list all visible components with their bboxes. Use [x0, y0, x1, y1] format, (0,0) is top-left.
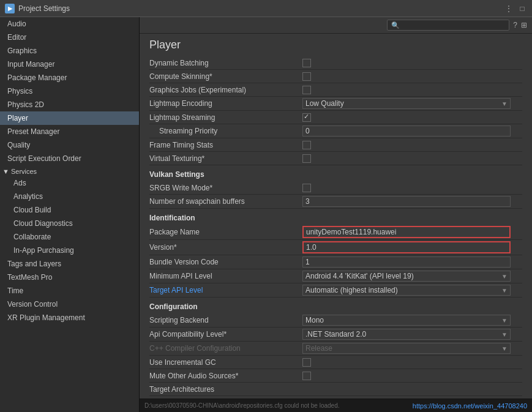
sidebar-item-ads[interactable]: Ads [0, 176, 139, 190]
checkbox-upper-1[interactable] [302, 72, 311, 81]
status-left: D:\users\00370590-CHINA\android\reposito… [144, 402, 340, 409]
row-label-upper-7: Virtual Texturing* [149, 154, 302, 163]
sidebar-item-editor[interactable]: Editor [0, 31, 139, 44]
row-label-configuration-3: Use Incremental GC [149, 358, 302, 367]
sidebar-item-graphics[interactable]: Graphics [0, 44, 139, 58]
row-value-configuration-3 [302, 358, 522, 367]
sidebar-item-analytics[interactable]: Analytics [0, 190, 139, 203]
search-input[interactable] [387, 20, 509, 31]
sidebar-item-version-control[interactable]: Version Control [0, 298, 139, 311]
checkbox-configuration-4[interactable] [302, 372, 311, 380]
sidebar-item-preset-manager[interactable]: Preset Manager [0, 125, 139, 138]
row-value-upper-6 [302, 141, 522, 149]
sidebar-item-cloud-build[interactable]: Cloud Build [0, 203, 139, 217]
section-vulkan: SRGB Write Mode*Number of swapchain buff… [140, 181, 532, 209]
dropdown-configuration-2[interactable]: Release▼ [302, 343, 511, 354]
title-bar-controls: ⋮ □ [504, 4, 527, 13]
sidebar-item-time[interactable]: Time [0, 284, 139, 298]
scroll-content[interactable]: Dynamic BatchingCompute Skinning*Graphic… [140, 56, 532, 399]
checkbox-configuration-3[interactable] [302, 358, 311, 367]
section-configuration: Scripting BackendMono▼Api Compatibility … [140, 313, 532, 399]
row-label-vulkan-0: SRGB Write Mode* [149, 184, 302, 192]
settings-row-configuration-1: Api Compatibility Level*.NET Standard 2.… [149, 328, 522, 342]
settings-row-vulkan-1: Number of swapchain buffers [149, 195, 522, 209]
dropdown-identification-4[interactable]: Automatic (highest installed)▼ [302, 285, 511, 296]
chevron-down-icon: ▼ [501, 331, 508, 338]
content-area: ? ⊞ Player Dynamic BatchingCompute Skinn… [140, 17, 532, 412]
row-label-upper-2: Graphics Jobs (Experimental) [149, 86, 302, 94]
sidebar-item-xr-plugin[interactable]: XR Plugin Management [0, 311, 139, 324]
chevron-down-icon: ▼ [501, 317, 508, 324]
text-input-identification-2[interactable] [302, 257, 511, 268]
section-header-vulkan: Vulkan Settings [149, 165, 522, 181]
sidebar-item-package-manager[interactable]: Package Manager [0, 71, 139, 84]
row-label-upper-0: Dynamic Batching [149, 59, 302, 67]
settings-row-configuration-4: Mute Other Audio Sources* [149, 369, 522, 383]
checkbox-upper-0[interactable] [302, 59, 311, 67]
row-label-identification-4[interactable]: Target API Level [149, 286, 302, 294]
text-input-vulkan-1[interactable] [302, 196, 511, 207]
title-bar-text: Project Settings [18, 4, 70, 13]
settings-row-upper-1: Compute Skinning* [149, 70, 522, 83]
checkbox-vulkan-0[interactable] [302, 184, 311, 192]
section-header-configuration: Configuration [149, 298, 522, 313]
help-icon[interactable]: ? [513, 21, 517, 29]
header-icons: ? ⊞ [513, 21, 527, 29]
sidebar-item-in-app-purchasing[interactable]: In-App Purchasing [0, 244, 139, 257]
sidebar-item-collaborate[interactable]: Collaborate [0, 230, 139, 244]
checkbox-upper-2[interactable] [302, 86, 311, 94]
app-icon: ▶ [5, 4, 15, 13]
settings-row-configuration-5: Target Architectures [149, 383, 522, 396]
row-value-identification-3: Android 4.4 'KitKat' (API level 19)▼ [302, 271, 522, 282]
row-value-upper-1 [302, 72, 522, 81]
row-value-identification-0 [302, 226, 522, 238]
sidebar-item-cloud-diagnostics[interactable]: Cloud Diagnostics [0, 217, 139, 230]
checkbox-upper-6[interactable] [302, 141, 311, 149]
settings-row-upper-0: Dynamic Batching [149, 56, 522, 70]
checkbox-upper-7[interactable] [302, 154, 311, 163]
content-header: ? ⊞ [140, 17, 532, 34]
sidebar-item-tags-and-layers[interactable]: Tags and Layers [0, 257, 139, 271]
layout-icon[interactable]: ⊞ [521, 21, 527, 29]
settings-row-configuration-3: Use Incremental GC [149, 356, 522, 369]
text-input-identification-1[interactable] [302, 241, 511, 253]
maximize-button[interactable]: □ [517, 4, 527, 13]
row-value-configuration-2: Release▼ [302, 343, 522, 354]
section-upper: Dynamic BatchingCompute Skinning*Graphic… [140, 56, 532, 165]
settings-row-upper-3: Lightmap EncodingLow Quality▼ [149, 97, 522, 111]
row-label-identification-2: Bundle Version Code [149, 258, 302, 266]
row-label-upper-5: Streaming Priority [149, 127, 302, 135]
row-label-configuration-1: Api Compatibility Level* [149, 330, 302, 339]
sidebar-item-services-header[interactable]: ▼ Services [0, 165, 139, 176]
dropdown-configuration-1[interactable]: .NET Standard 2.0▼ [302, 329, 511, 340]
settings-row-identification-2: Bundle Version Code [149, 255, 522, 269]
settings-row-identification-1: Version* [149, 240, 522, 255]
dropdown-upper-3[interactable]: Low Quality▼ [302, 98, 511, 109]
row-label-upper-6: Frame Timing Stats [149, 141, 302, 149]
checkbox-upper-4[interactable] [302, 113, 311, 122]
row-value-upper-5 [302, 125, 522, 137]
dropdown-identification-3[interactable]: Android 4.4 'KitKat' (API level 19)▼ [302, 271, 511, 282]
sidebar-item-input-manager[interactable]: Input Manager [0, 58, 139, 71]
status-right[interactable]: https://blog.csdn.net/weixin_44708240 [413, 402, 527, 410]
row-value-upper-4 [302, 113, 522, 122]
checkbox-configuration-6[interactable] [302, 399, 311, 399]
sidebar-item-audio[interactable]: Audio [0, 17, 139, 31]
sidebar-item-script-execution[interactable]: Script Execution Order [0, 152, 139, 165]
row-label-upper-1: Compute Skinning* [149, 72, 302, 81]
page-title-row: Player [140, 34, 532, 56]
sidebar-item-quality[interactable]: Quality [0, 138, 139, 152]
settings-row-configuration-0: Scripting BackendMono▼ [149, 313, 522, 328]
menu-button[interactable]: ⋮ [504, 4, 514, 13]
title-bar: ▶ Project Settings ⋮ □ [0, 0, 532, 17]
text-input-identification-0[interactable] [302, 226, 511, 238]
settings-row-identification-4: Target API LevelAutomatic (highest insta… [149, 283, 522, 298]
row-label-vulkan-1: Number of swapchain buffers [149, 197, 302, 206]
sidebar-item-player[interactable]: Player [0, 111, 139, 125]
chevron-down-icon: ▼ [501, 100, 508, 107]
dropdown-configuration-0[interactable]: Mono▼ [302, 315, 511, 326]
text-input-upper-5[interactable] [302, 125, 511, 137]
sidebar-item-physics[interactable]: Physics [0, 84, 139, 98]
sidebar-item-physics2d[interactable]: Physics 2D [0, 98, 139, 111]
sidebar-item-textmesh-pro[interactable]: TextMesh Pro [0, 271, 139, 284]
